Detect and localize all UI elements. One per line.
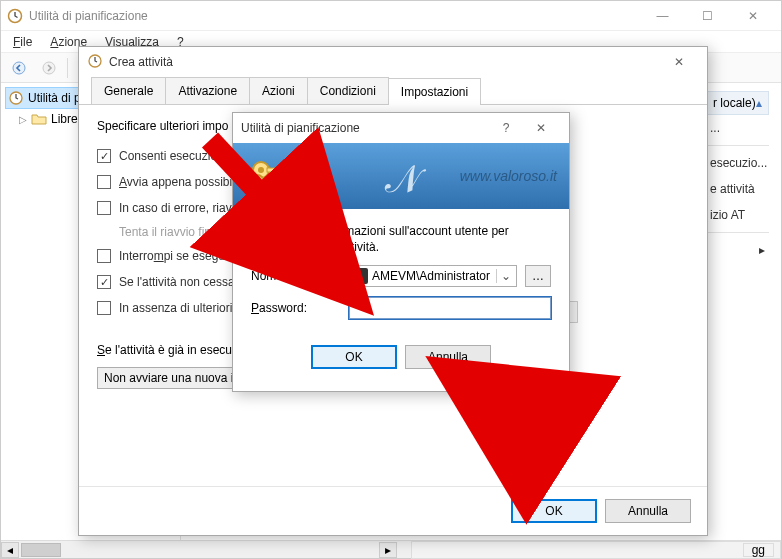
credentials-instruction: Immettere le informazioni sull'account u… (251, 223, 551, 255)
chevron-down-icon[interactable]: ⌄ (496, 269, 514, 283)
dlg1-tabs: Generale Attivazione Azioni Condizioni I… (79, 77, 707, 105)
close-button[interactable]: ✕ (730, 2, 775, 30)
menu-file-rest: ile (20, 35, 32, 49)
dlg1-footer: OK Annulla (79, 486, 707, 535)
checkbox-icon[interactable] (97, 249, 111, 263)
password-row: Password: (251, 297, 551, 319)
tab-azioni[interactable]: Azioni (249, 77, 308, 104)
action-expand[interactable]: ▸ (706, 237, 769, 263)
checkbox-icon[interactable] (97, 201, 111, 215)
checkbox-checked-icon[interactable] (97, 149, 111, 163)
svg-point-10 (258, 167, 264, 173)
username-field[interactable]: AMEVM\Administrator ⌄ (349, 265, 517, 287)
checkbox-checked-icon[interactable] (97, 275, 111, 289)
dlg2-title: Utilità di pianificazione (241, 121, 491, 135)
checkbox-icon[interactable] (97, 175, 111, 189)
clock-icon (7, 8, 23, 24)
svg-rect-15 (263, 180, 281, 184)
svg-rect-13 (285, 172, 288, 179)
watermark-text: www.valoroso.it (460, 168, 557, 184)
action-item-1[interactable]: esecuzio... (706, 150, 769, 176)
menu-file[interactable]: File (5, 33, 40, 51)
actions-pane: r locale) ▴ ... esecuzio... e attività i… (699, 85, 775, 269)
main-titlebar: Utilità di pianificazione — ☐ ✕ (1, 1, 781, 31)
username-row: Nome utente: AMEVM\Administrator ⌄ … (251, 265, 551, 287)
nav-back-button[interactable] (5, 56, 33, 80)
window-controls: — ☐ ✕ (640, 2, 775, 30)
clock-icon (87, 53, 103, 72)
scroll-thumb[interactable] (21, 543, 61, 557)
dlg2-cancel-button[interactable]: Annulla (405, 345, 491, 369)
dlg1-titlebar: Crea attività ✕ (79, 47, 707, 77)
tree-root-label: Utilità di pi (28, 91, 83, 105)
action-item-0[interactable]: ... (706, 115, 769, 141)
status-fragment-bar: gg (411, 541, 781, 559)
actions-header: r locale) ▴ (706, 91, 769, 115)
svg-rect-11 (267, 168, 287, 172)
expand-icon: ▷ (19, 114, 27, 125)
dlg1-close-button[interactable]: ✕ (659, 49, 699, 75)
username-value: AMEVM\Administrator (372, 269, 496, 283)
action-item-2[interactable]: e attività (706, 176, 769, 202)
folder-icon (31, 111, 47, 127)
credentials-banner: 𝒩 www.valoroso.it (233, 143, 569, 209)
svg-point-14 (250, 175, 264, 189)
password-label: Password: (251, 301, 341, 315)
main-title: Utilità di pianificazione (29, 9, 640, 23)
password-input[interactable] (349, 297, 551, 319)
opt-consenti-label: Consenti esecuzione (119, 149, 230, 163)
dlg2-ok-button[interactable]: OK (311, 345, 397, 369)
tab-attivazione[interactable]: Attivazione (165, 77, 250, 104)
clock-icon (8, 90, 24, 106)
scroll-left-button[interactable]: ◂ (1, 542, 19, 558)
credentials-body: Immettere le informazioni sull'account u… (233, 209, 569, 383)
checkbox-icon[interactable] (97, 301, 111, 315)
keys-icon (241, 148, 297, 204)
svg-rect-12 (281, 172, 284, 177)
dlg2-close-button[interactable]: ✕ (521, 115, 561, 141)
nav-fwd-button[interactable] (35, 56, 63, 80)
credentials-dialog: Utilità di pianificazione ? ✕ 𝒩 www.valo… (232, 112, 570, 392)
dlg2-help-button[interactable]: ? (491, 115, 521, 141)
svg-point-2 (43, 62, 55, 74)
minimize-button[interactable]: — (640, 2, 685, 30)
actions-header-label: r locale) (713, 96, 756, 110)
user-icon (352, 268, 368, 284)
status-fragment: gg (743, 543, 774, 557)
action-item-3[interactable]: izio AT (706, 202, 769, 228)
opt-errore-label: In caso di errore, riav (119, 201, 232, 215)
dlg1-title: Crea attività (109, 55, 659, 69)
opt-assenza-label: In assenza di ulteriori (119, 301, 232, 315)
banner-script-deco: 𝒩 (386, 157, 417, 202)
scroll-right-button[interactable]: ▸ (379, 542, 397, 558)
opt-noncessa-label: Se l'attività non cessa (119, 275, 235, 289)
tab-condizioni[interactable]: Condizioni (307, 77, 389, 104)
collapse-icon[interactable]: ▴ (756, 96, 762, 110)
dlg1-ok-button[interactable]: OK (511, 499, 597, 523)
svg-point-1 (13, 62, 25, 74)
bottom-scrollbar[interactable]: ◂ ▸ gg (1, 540, 781, 558)
username-label: Nome utente: (251, 269, 341, 283)
dlg2-titlebar: Utilità di pianificazione ? ✕ (233, 113, 569, 143)
browse-user-button[interactable]: … (525, 265, 551, 287)
maximize-button[interactable]: ☐ (685, 2, 730, 30)
dlg1-cancel-button[interactable]: Annulla (605, 499, 691, 523)
tab-generale[interactable]: Generale (91, 77, 166, 104)
tab-impostazioni[interactable]: Impostazioni (388, 78, 481, 105)
